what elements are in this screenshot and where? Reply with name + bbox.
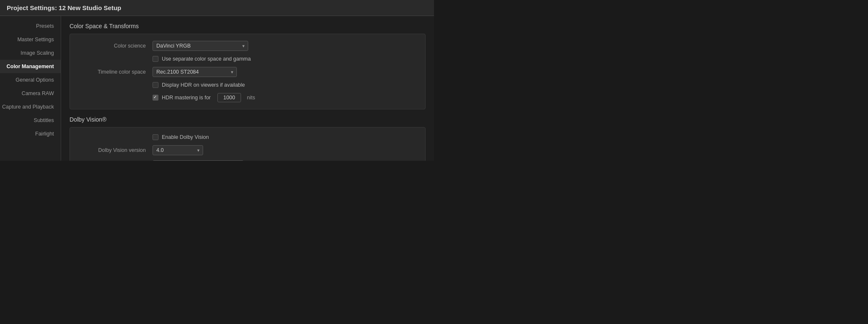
hdr-mastering-input[interactable] <box>217 93 241 102</box>
mastering-display-select-wrapper: 4000-nit, P3, D65, ST.2084, Full1000-nit… <box>153 160 244 161</box>
enable-dolby-checkbox-row: Enable Dolby Vision <box>153 134 209 140</box>
hdr-mastering-checkbox[interactable] <box>153 95 158 101</box>
display-hdr-checkbox-row: Display HDR on viewers if available <box>153 82 245 88</box>
timeline-color-space-label: Timeline color space <box>78 69 146 75</box>
dolby-vision-section-title: Dolby Vision® <box>70 116 426 123</box>
title-bar: Project Settings: 12 New Studio Setup <box>0 0 434 16</box>
color-science-label: Color science <box>78 43 146 49</box>
dolby-version-label: Dolby Vision version <box>78 147 146 153</box>
dolby-version-row: Dolby Vision version 4.02.9 <box>78 145 417 155</box>
color-space-section-title: Color Space & Transforms <box>70 23 426 29</box>
mastering-display-row: Mastering display 4000-nit, P3, D65, ST.… <box>78 160 417 161</box>
color-science-select[interactable]: DaVinci YRGBDaVinci Wide Gamut Intermedi… <box>153 41 248 51</box>
hdr-mastering-label[interactable]: HDR mastering is for <box>162 95 211 101</box>
display-hdr-label[interactable]: Display HDR on viewers if available <box>162 82 245 88</box>
separate-color-space-label[interactable]: Use separate color space and gamma <box>162 56 251 62</box>
sidebar-item-fairlight[interactable]: Fairlight <box>0 127 61 141</box>
enable-dolby-row: Enable Dolby Vision <box>78 134 417 140</box>
sidebar-item-image-scaling[interactable]: Image Scaling <box>0 46 61 60</box>
sidebar-item-camera-raw[interactable]: Camera RAW <box>0 87 61 100</box>
enable-dolby-checkbox[interactable] <box>153 134 158 140</box>
sidebar-item-capture-playback[interactable]: Capture and Playback <box>0 100 61 114</box>
timeline-color-space-select-wrapper: Rec.2100 ST2084Rec.709 Gamma 2.4Rec.2020… <box>153 67 237 77</box>
hdr-mastering-row: HDR mastering is for nits <box>78 93 417 102</box>
display-hdr-checkbox[interactable] <box>153 82 158 88</box>
color-science-select-wrapper: DaVinci YRGBDaVinci Wide Gamut Intermedi… <box>153 41 248 51</box>
title-text: Project Settings: 12 New Studio Setup <box>7 4 121 11</box>
hdr-mastering-group: HDR mastering is for nits <box>153 93 255 102</box>
color-science-row: Color science DaVinci YRGBDaVinci Wide G… <box>78 41 417 51</box>
sidebar-item-subtitles[interactable]: Subtitles <box>0 114 61 127</box>
sidebar: PresetsMaster SettingsImage ScalingColor… <box>0 16 61 161</box>
dolby-vision-panel: Enable Dolby Vision Dolby Vision version… <box>70 127 426 161</box>
display-hdr-row: Display HDR on viewers if available <box>78 82 417 88</box>
hdr-mastering-unit: nits <box>247 95 255 101</box>
sidebar-item-presets[interactable]: Presets <box>0 19 61 33</box>
sidebar-item-general-options[interactable]: General Options <box>0 73 61 87</box>
timeline-color-space-row: Timeline color space Rec.2100 ST2084Rec.… <box>78 67 417 77</box>
enable-dolby-label[interactable]: Enable Dolby Vision <box>162 134 209 140</box>
dolby-version-select-wrapper: 4.02.9 <box>153 145 203 155</box>
mastering-display-select[interactable]: 4000-nit, P3, D65, ST.2084, Full1000-nit… <box>153 160 244 161</box>
color-space-panel: Color science DaVinci YRGBDaVinci Wide G… <box>70 34 426 109</box>
separate-color-space-checkbox[interactable] <box>153 56 158 62</box>
dolby-version-select[interactable]: 4.02.9 <box>153 145 203 155</box>
sidebar-item-master-settings[interactable]: Master Settings <box>0 33 61 46</box>
main-content: Color Space & Transforms Color science D… <box>61 16 434 161</box>
separate-color-space-checkbox-row: Use separate color space and gamma <box>153 56 251 62</box>
separate-color-space-row: Use separate color space and gamma <box>78 56 417 62</box>
sidebar-item-color-management[interactable]: Color Management <box>0 60 61 73</box>
timeline-color-space-select[interactable]: Rec.2100 ST2084Rec.709 Gamma 2.4Rec.2020… <box>153 67 237 77</box>
